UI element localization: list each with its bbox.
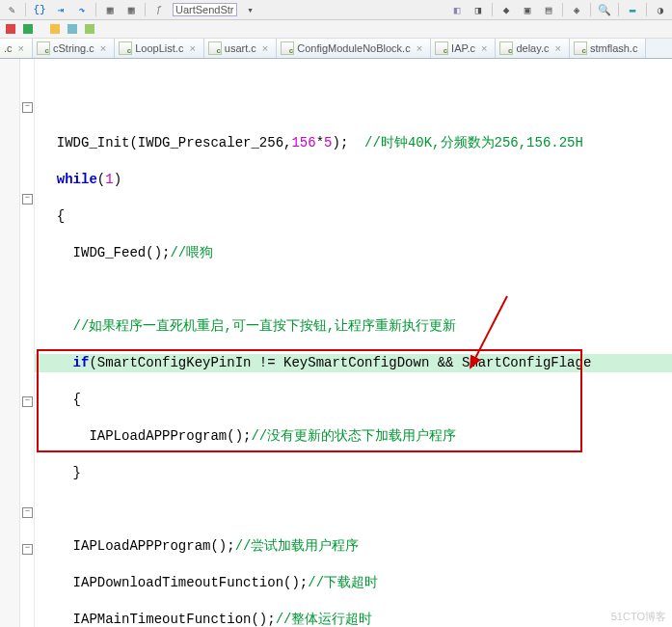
tool-icon[interactable]: ▤ bbox=[541, 2, 556, 17]
fold-icon[interactable]: − bbox=[22, 544, 33, 555]
code-line: //如果程序一直死机重启,可一直按下按钮,让程序重新执行更新 bbox=[40, 317, 672, 336]
code-line: { bbox=[40, 391, 672, 409]
tab-configmodule[interactable]: ConfigModuleNoBlock.c× bbox=[277, 39, 431, 58]
tool-icon[interactable]: ▣ bbox=[520, 2, 535, 17]
tab-stmflash[interactable]: stmflash.c bbox=[570, 39, 647, 58]
c-file-icon bbox=[208, 41, 222, 55]
search-icon[interactable]: 🔍 bbox=[597, 2, 612, 17]
code-line: if(SmartConfigKeyPinIn != KeySmartConfig… bbox=[40, 354, 672, 372]
code-line: IAPLoadAPPProgram();//尝试加载用户程序 bbox=[40, 537, 672, 556]
tab-usart[interactable]: usart.c× bbox=[204, 39, 277, 58]
fold-icon[interactable]: − bbox=[22, 507, 33, 518]
tool-icon[interactable]: ▦ bbox=[123, 2, 139, 17]
function-combo[interactable]: UartSendStr bbox=[173, 3, 237, 16]
code-line: IWDG_Feed();//喂狗 bbox=[40, 244, 672, 262]
c-file-icon bbox=[435, 41, 448, 55]
tool-icon[interactable]: ◆ bbox=[498, 2, 514, 17]
tab-looplist[interactable]: LoopList.c× bbox=[115, 39, 204, 58]
code-line bbox=[40, 281, 672, 299]
stepin-icon[interactable]: {} bbox=[32, 2, 47, 17]
tab-iap[interactable]: IAP.c× bbox=[431, 39, 496, 58]
code-area[interactable]: IWDG_Init(IWDG_Prescaler_256,156*5); //时… bbox=[35, 59, 672, 627]
view-icon[interactable] bbox=[85, 24, 94, 34]
code-line: IAPMainTimeoutFunction();//整体运行超时 bbox=[40, 611, 672, 627]
tool-icon[interactable]: ▬ bbox=[625, 2, 640, 17]
fold-icon[interactable]: − bbox=[22, 102, 33, 113]
code-line: } bbox=[40, 464, 672, 482]
view-icon[interactable] bbox=[50, 24, 60, 34]
close-icon[interactable]: × bbox=[417, 42, 422, 54]
code-line: IWDG_Init(IWDG_Prescaler_256,156*5); //时… bbox=[40, 134, 672, 152]
tool-icon[interactable]: ◨ bbox=[470, 2, 486, 17]
tab-bar: .c× cString.c× LoopList.c× usart.c× Conf… bbox=[0, 39, 672, 59]
code-line: IAPLoadAPPProgram();//没有更新的状态下加载用户程序 bbox=[40, 427, 672, 446]
close-icon[interactable]: × bbox=[18, 42, 24, 54]
stepover-icon[interactable]: ↷ bbox=[74, 2, 90, 17]
view-icon[interactable] bbox=[6, 24, 15, 34]
close-icon[interactable]: × bbox=[481, 42, 487, 54]
sub-toolbar bbox=[0, 20, 672, 39]
tool-icon[interactable]: ✎ bbox=[4, 2, 19, 17]
main-toolbar: ✎ {} ⇥ ↷ ▦ ▦ ƒ UartSendStr ▾ ◧ ◨ ◆ ▣ ▤ ◈… bbox=[0, 0, 672, 20]
view-icon[interactable] bbox=[67, 24, 77, 34]
c-file-icon bbox=[499, 41, 513, 55]
c-file-icon bbox=[37, 41, 50, 55]
close-icon[interactable]: × bbox=[554, 42, 560, 54]
tool-icon[interactable]: ▦ bbox=[102, 2, 118, 17]
tool-icon[interactable]: ◑ bbox=[653, 2, 668, 17]
close-icon[interactable]: × bbox=[189, 42, 195, 54]
code-line: while(1) bbox=[40, 171, 672, 189]
fold-icon[interactable]: − bbox=[22, 194, 33, 204]
c-file-icon bbox=[119, 41, 132, 55]
code-editor[interactable]: − − − − − IWDG_Init(IWDG_Prescaler_256,1… bbox=[0, 59, 672, 627]
fold-column: − − − − − bbox=[20, 59, 35, 627]
stepout-icon[interactable]: ⇥ bbox=[53, 2, 68, 17]
view-icon[interactable] bbox=[23, 24, 33, 34]
tool-icon[interactable]: ◧ bbox=[449, 2, 465, 17]
code-line bbox=[40, 501, 672, 519]
code-line: IAPDownloadTimeoutFunction();//下载超时 bbox=[40, 574, 672, 592]
line-gutter bbox=[0, 59, 20, 627]
fold-icon[interactable]: − bbox=[22, 396, 33, 407]
close-icon[interactable]: × bbox=[262, 42, 268, 54]
code-line: { bbox=[40, 207, 672, 226]
tool-icon[interactable]: ◈ bbox=[569, 2, 584, 17]
c-file-icon bbox=[574, 41, 587, 55]
tab-cstring[interactable]: cString.c× bbox=[33, 39, 115, 58]
c-file-icon bbox=[281, 41, 294, 55]
function-icon[interactable]: ƒ bbox=[151, 2, 167, 17]
close-icon[interactable]: × bbox=[100, 42, 106, 54]
tab-delay[interactable]: delay.c× bbox=[496, 39, 569, 58]
dropdown-icon[interactable]: ▾ bbox=[243, 2, 258, 17]
tab-c[interactable]: .c× bbox=[0, 39, 33, 58]
